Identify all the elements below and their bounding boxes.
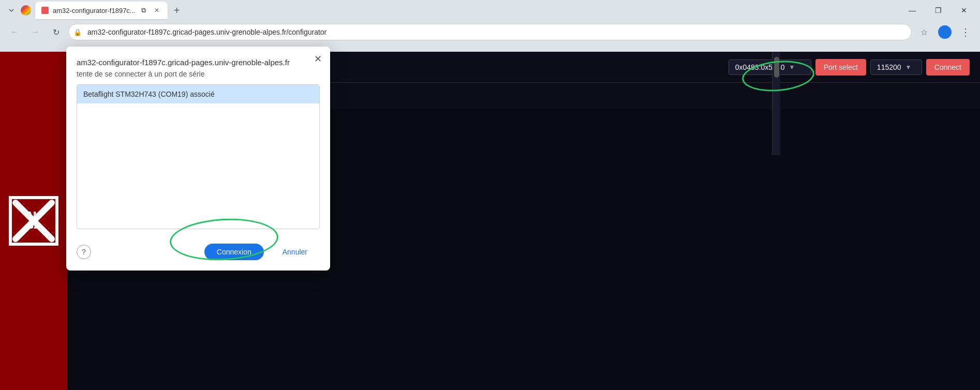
help-button[interactable]: ? (77, 245, 91, 259)
dialog-close-button[interactable]: ✕ (311, 53, 324, 65)
dialog-overlay: ✕ am32-configurator-f1897c.gricad-pages.… (0, 0, 980, 390)
connexion-button[interactable]: Connexion (204, 244, 264, 260)
dialog-title: am32-configurator-f1897c.gricad-pages.un… (77, 57, 320, 68)
port-list-item[interactable]: Betaflight STM32H743 (COM19) associé (77, 85, 319, 103)
dialog-footer: ? Connexion Annuler (77, 239, 320, 260)
annuler-button[interactable]: Annuler (270, 244, 320, 260)
port-list: Betaflight STM32H743 (COM19) associé (77, 84, 320, 229)
dialog-subtitle: tente de se connecter à un port de série (77, 70, 320, 78)
permission-dialog: ✕ am32-configurator-f1897c.gricad-pages.… (66, 47, 330, 271)
